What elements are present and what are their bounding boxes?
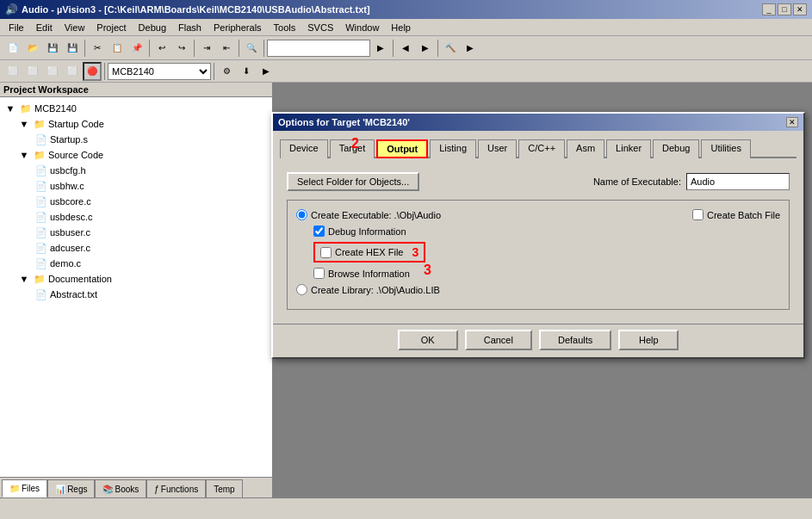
file-adcuser[interactable]: 📄 adcuser.c [3,240,269,256]
modal-close-btn[interactable]: ✕ [786,117,798,127]
build-btn[interactable]: 🔨 [441,39,460,58]
startup-file-label: Startup.s [50,134,88,145]
defaults-btn[interactable]: Defaults [539,330,611,350]
menu-view[interactable]: View [59,22,90,34]
tab-books[interactable]: 📚 Books [95,479,146,497]
create-hex-checkbox[interactable] [320,247,332,258]
menu-debug[interactable]: Debug [133,22,171,34]
file-usbhw[interactable]: 📄 usbhw.c [3,178,269,194]
save-all-btn[interactable]: 💾 [63,39,82,58]
find-btn[interactable]: 🔍 [242,39,261,58]
debug-info-checkbox[interactable] [313,226,325,237]
file-label-4: usbdesc.c [50,212,93,222]
indent-btn[interactable]: ⇥ [197,39,216,58]
select-folder-btn[interactable]: Select Folder for Objects... [287,172,419,191]
new-btn[interactable]: 📄 [3,39,22,58]
tb2-btn2[interactable]: ⬜ [23,62,42,81]
source-group[interactable]: ▼ 📁 Source Code [3,147,269,163]
startup-group[interactable]: ▼ 📁 Startup Code [3,116,269,132]
menu-help[interactable]: Help [386,22,416,34]
help-btn[interactable]: Help [618,330,679,350]
forward-btn[interactable]: ▶ [416,39,435,58]
target-options-btn[interactable]: ⚙ [217,62,236,81]
cut-btn[interactable]: ✂ [88,39,107,58]
tab-cpp[interactable]: C/C++ [518,139,565,158]
download-btn[interactable]: ⬇ [237,62,256,81]
app-title: Audio - µVision3 - [C:\Keil\ARM\Boards\K… [22,4,370,15]
doc-group[interactable]: ▼ 📁 Documentation [3,271,269,287]
file-usbuser[interactable]: 📄 usbuser.c [3,225,269,240]
minimize-btn[interactable]: _ [762,3,776,15]
tab-temp[interactable]: Temp [206,479,242,497]
startup-file[interactable]: 📄 Startup.s [3,132,269,147]
file-icon-6: 📄 [34,241,48,255]
file-demo[interactable]: 📄 demo.c [3,256,269,271]
sep4 [239,40,239,57]
tab-user[interactable]: User [478,139,517,158]
tab-debug[interactable]: Debug [653,139,699,158]
tab-linker[interactable]: Linker [606,139,651,158]
executable-name-input[interactable] [686,173,790,190]
file-label-1: usbcfg.h [50,165,86,176]
menu-tools[interactable]: Tools [269,22,301,34]
abstract-file-icon: 📄 [34,287,48,301]
cancel-btn[interactable]: Cancel [465,330,532,350]
file-usbdesc[interactable]: 📄 usbdesc.c [3,209,269,225]
target-select[interactable]: MCB2140 [108,63,211,80]
menu-flash[interactable]: Flash [173,22,207,34]
menu-file[interactable]: File [3,22,29,34]
tb2-btn5[interactable]: 🔴 [83,62,102,81]
sep5 [263,40,264,57]
create-exec-radio[interactable] [296,209,307,220]
browse-info-label: Browse Information [328,269,410,279]
undo-btn[interactable]: ↩ [152,39,171,58]
menu-peripherals[interactable]: Peripherals [208,22,267,34]
abstract-file[interactable]: 📄 Abstract.txt [3,287,269,302]
file-usbcfg[interactable]: 📄 usbcfg.h [3,163,269,178]
run-btn[interactable]: ▶ [461,39,480,58]
paste-btn[interactable]: 📌 [127,39,146,58]
open-btn[interactable]: 📂 [23,39,42,58]
menu-edit[interactable]: Edit [31,22,58,34]
file-usbcore[interactable]: 📄 usbcore.c [3,194,269,209]
back-btn[interactable]: ◀ [396,39,415,58]
menu-svcs[interactable]: SVCS [302,22,338,34]
tb2-btn4[interactable]: ⬜ [63,62,82,81]
file-label-2: usbhw.c [50,181,84,191]
menu-window[interactable]: Window [340,22,384,34]
secondary-toolbar: ⬜ ⬜ ⬜ ⬜ 🔴 MCB2140 ⚙ ⬇ ▶ [0,60,812,83]
create-lib-radio[interactable] [296,284,307,295]
menu-project[interactable]: Project [91,22,131,34]
copy-btn[interactable]: 📋 [108,39,127,58]
modal-footer: OK Cancel Defaults Help [273,324,803,357]
ok-btn[interactable]: OK [398,330,458,350]
tab-device[interactable]: Device [280,139,328,158]
more-btn[interactable]: ▶ [257,62,276,81]
tab-files[interactable]: 📁 Files [2,479,47,497]
tree-root[interactable]: ▼ 📁 MCB2140 [3,101,269,116]
create-batch-checkbox[interactable] [692,209,704,220]
tab-output[interactable]: Output [376,139,428,158]
file-icon-5: 📄 [34,226,48,239]
save-btn[interactable]: 💾 [43,39,62,58]
functions-icon: ƒ [154,485,159,494]
close-btn[interactable]: ✕ [793,3,807,15]
create-batch-label: Create Batch File [707,210,780,220]
search-field[interactable] [267,40,370,57]
startup-file-icon: 📄 [34,133,48,146]
redo-btn[interactable]: ↪ [172,39,191,58]
tab-utilities[interactable]: Utilities [701,139,750,158]
tab-asm[interactable]: Asm [567,139,604,158]
app-icon: 🔊 [5,3,18,15]
tb2-btn1[interactable]: ⬜ [3,62,22,81]
abstract-file-label: Abstract.txt [50,289,97,300]
search-go-btn[interactable]: ▶ [371,39,390,58]
tab-regs[interactable]: 📊 Regs [47,479,95,497]
tab-functions[interactable]: ƒ Functions [146,479,206,497]
window-controls: _ □ ✕ [762,3,807,15]
maximize-btn[interactable]: □ [778,3,791,15]
browse-info-checkbox[interactable] [313,268,325,279]
tab-listing[interactable]: Listing [430,139,476,158]
outdent-btn[interactable]: ⇤ [217,39,236,58]
tb2-btn3[interactable]: ⬜ [43,62,62,81]
